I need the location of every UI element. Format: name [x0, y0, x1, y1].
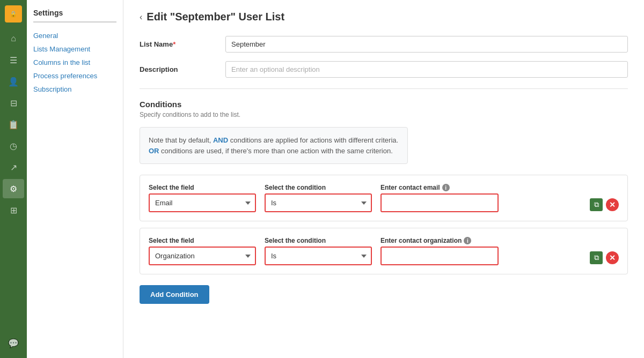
condition-2-field-group: Select the field Email Organization Name… — [149, 237, 256, 265]
condition-2-field-select[interactable]: Email Organization Name Phone — [149, 247, 256, 265]
sidebar-link-general[interactable]: General — [33, 29, 116, 42]
page-title: Edit "September" User List — [147, 11, 284, 23]
nav-settings-icon[interactable]: ⚙ — [3, 179, 24, 198]
condition-2-value-label: Enter contact organization — [380, 237, 462, 244]
sidebar-title: Settings — [33, 9, 116, 23]
condition-row-1: Select the field Email Organization Name… — [140, 175, 628, 221]
sidebar-link-process[interactable]: Process preferences — [33, 69, 116, 83]
list-name-input[interactable] — [225, 36, 628, 53]
condition-1-condition-label: Select the condition — [265, 184, 372, 191]
description-row: Description — [140, 61, 628, 78]
condition-1-value-group: Enter contact email i — [380, 184, 499, 212]
nav-grid-icon[interactable]: ⊞ — [3, 200, 24, 220]
condition-1-actions: ⧉ ✕ — [590, 198, 619, 212]
list-name-label: List Name* — [140, 36, 215, 48]
conditions-title: Conditions — [140, 100, 628, 109]
condition-1-copy-button[interactable]: ⧉ — [590, 198, 603, 211]
condition-1-field-group: Select the field Email Organization Name… — [149, 184, 256, 212]
condition-2-info-icon[interactable]: i — [464, 237, 471, 244]
sidebar-link-columns[interactable]: Columns in the list — [33, 56, 116, 69]
condition-1-field-label: Select the field — [149, 184, 256, 191]
description-input[interactable] — [225, 61, 628, 78]
left-nav: 🔒 ⌂ ☰ 👤 ⊟ 📋 ◷ ↗ ⚙ ⊞ 💬 — [0, 0, 27, 358]
conditions-section: Conditions Specify conditions to add to … — [140, 100, 628, 304]
sidebar-link-lists-management[interactable]: Lists Management — [33, 42, 116, 56]
condition-2-field-label: Select the field — [149, 237, 256, 244]
sidebar-link-subscription[interactable]: Subscription — [33, 83, 116, 96]
nav-list-icon[interactable]: ☰ — [3, 50, 24, 70]
nav-users-icon[interactable]: 👤 — [3, 72, 24, 91]
description-label: Description — [140, 61, 215, 73]
nav-home-icon[interactable]: ⌂ — [3, 29, 24, 48]
page-header: ‹ Edit "September" User List — [140, 11, 628, 23]
condition-1-value-input[interactable] — [380, 193, 499, 212]
condition-2-value-label-row: Enter contact organization i — [380, 237, 499, 244]
nav-chart-icon[interactable]: ↗ — [3, 158, 24, 177]
condition-2-value-group: Enter contact organization i — [380, 237, 499, 265]
back-button[interactable]: ‹ — [140, 12, 142, 22]
svg-text:🔒: 🔒 — [10, 10, 17, 18]
condition-2-condition-select[interactable]: Is Is not Contains Does not contain — [265, 247, 372, 265]
main-content: ‹ Edit "September" User List List Name* … — [123, 0, 644, 358]
nav-chat-icon[interactable]: 💬 — [3, 333, 24, 353]
condition-1-field-select[interactable]: Email Organization Name Phone — [149, 193, 256, 212]
condition-1-value-label: Enter contact email — [380, 184, 440, 191]
add-condition-button[interactable]: Add Condition — [140, 285, 209, 304]
condition-1-value-label-row: Enter contact email i — [380, 184, 499, 191]
condition-2-condition-label: Select the condition — [265, 237, 372, 244]
nav-file-icon[interactable]: 📋 — [3, 115, 24, 134]
nav-clock-icon[interactable]: ◷ — [3, 136, 24, 155]
condition-1-condition-select[interactable]: Is Is not Contains Does not contain — [265, 193, 372, 212]
conditions-info-box: Note that by default, AND conditions are… — [140, 127, 408, 164]
condition-2-copy-button[interactable]: ⧉ — [590, 251, 603, 264]
condition-row-2: Select the field Email Organization Name… — [140, 228, 628, 274]
nav-database-icon[interactable]: ⊟ — [3, 93, 24, 113]
list-name-row: List Name* — [140, 36, 628, 53]
divider — [140, 88, 628, 89]
condition-2-actions: ⧉ ✕ — [590, 251, 619, 265]
condition-2-condition-group: Select the condition Is Is not Contains … — [265, 237, 372, 265]
condition-1-condition-group: Select the condition Is Is not Contains … — [265, 184, 372, 212]
condition-1-delete-button[interactable]: ✕ — [606, 198, 619, 211]
condition-1-info-icon[interactable]: i — [442, 184, 450, 191]
condition-2-value-input[interactable] — [380, 247, 499, 265]
sidebar: Settings General Lists Management Column… — [27, 0, 123, 358]
condition-2-delete-button[interactable]: ✕ — [606, 251, 619, 264]
conditions-subtitle: Specify conditions to add to the list. — [140, 111, 628, 118]
app-logo: 🔒 — [5, 5, 22, 23]
